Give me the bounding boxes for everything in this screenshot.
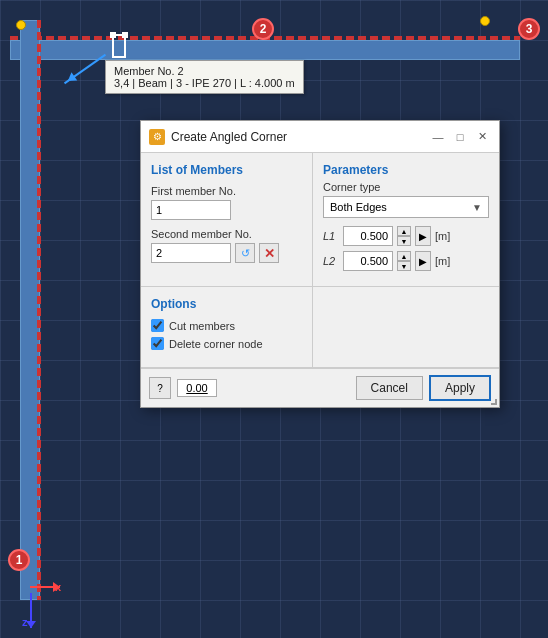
corner-type-dropdown[interactable]: Both Edges ▼ (323, 196, 489, 218)
parameters-title: Parameters (323, 163, 489, 177)
node-label-1: 1 (8, 549, 30, 571)
close-button[interactable]: ✕ (473, 129, 491, 145)
member-tooltip: Member No. 2 3,4 | Beam | 3 - IPE 270 | … (105, 60, 304, 94)
help-button[interactable]: ? (149, 377, 171, 399)
l2-up-button[interactable]: ▲ (397, 251, 411, 261)
second-member-label: Second member No. (151, 228, 302, 240)
minimize-button[interactable]: — (429, 129, 447, 145)
create-angled-corner-dialog: ⚙ Create Angled Corner — □ ✕ List of Mem… (140, 120, 500, 408)
selection-marker (112, 34, 126, 58)
delete-corner-node-label: Delete corner node (169, 338, 263, 350)
dialog-footer: ? 0.00 Cancel Apply (141, 368, 499, 407)
dialog-icon: ⚙ (149, 129, 165, 145)
l1-down-button[interactable]: ▼ (397, 236, 411, 246)
dialog-body: List of Members First member No. Second … (141, 153, 499, 407)
second-member-row: ↺ ✕ (151, 243, 302, 263)
cut-members-checkbox[interactable] (151, 319, 164, 332)
l1-label: L1 (323, 230, 339, 242)
refresh-button[interactable]: ↺ (235, 243, 255, 263)
first-member-label: First member No. (151, 185, 302, 197)
delete-corner-node-row: Delete corner node (151, 337, 302, 350)
list-of-members-panel: List of Members First member No. Second … (141, 153, 313, 286)
l1-input[interactable] (343, 226, 393, 246)
l2-unit: [m] (435, 255, 450, 267)
first-member-input[interactable] (151, 200, 231, 220)
node-2 (480, 16, 490, 26)
z-axis-label: z (22, 616, 28, 628)
first-member-row (151, 200, 302, 220)
x-axis-label: x (55, 581, 61, 593)
x-icon: ✕ (264, 246, 275, 261)
second-member-input[interactable] (151, 243, 231, 263)
clear-button[interactable]: ✕ (259, 243, 279, 263)
delete-corner-node-checkbox[interactable] (151, 337, 164, 350)
vertical-beam-edge (37, 20, 41, 600)
maximize-button[interactable]: □ (451, 129, 469, 145)
tooltip-line1: Member No. 2 (114, 65, 295, 77)
options-area: Options Cut members Delete corner node (141, 287, 499, 368)
dialog-titlebar: ⚙ Create Angled Corner — □ ✕ (141, 121, 499, 153)
l2-arrow-button[interactable]: ▶ (415, 251, 431, 271)
options-right-panel (313, 287, 499, 367)
l2-label: L2 (323, 255, 339, 267)
right-arrow-icon: ▶ (419, 231, 427, 242)
apply-button[interactable]: Apply (429, 375, 491, 401)
dialog-main-content: List of Members First member No. Second … (141, 153, 499, 287)
right-arrow-icon-2: ▶ (419, 256, 427, 267)
dialog-title: Create Angled Corner (171, 130, 423, 144)
parameters-panel: Parameters Corner type Both Edges ▼ L1 ▲… (313, 153, 499, 286)
cancel-button[interactable]: Cancel (356, 376, 423, 400)
l1-up-button[interactable]: ▲ (397, 226, 411, 236)
help-icon: ? (157, 383, 163, 394)
node-label-3: 3 (518, 18, 540, 40)
cut-members-label: Cut members (169, 320, 235, 332)
node-label-2: 2 (252, 18, 274, 40)
options-title: Options (151, 297, 302, 311)
l1-row: L1 ▲ ▼ ▶ [m] (323, 226, 489, 246)
l2-input[interactable] (343, 251, 393, 271)
chevron-down-icon: ▼ (472, 202, 482, 213)
footer-value-display: 0.00 (177, 379, 217, 397)
options-panel: Options Cut members Delete corner node (141, 287, 313, 367)
horizontal-beam (10, 40, 520, 60)
list-of-members-title: List of Members (151, 163, 302, 177)
l1-unit: [m] (435, 230, 450, 242)
z-axis-arrow (30, 593, 32, 628)
dialog-window-controls: — □ ✕ (429, 129, 491, 145)
l1-spinner: ▲ ▼ (397, 226, 411, 246)
tooltip-line2: 3,4 | Beam | 3 - IPE 270 | L : 4.000 m (114, 77, 295, 89)
corner-type-label: Corner type (323, 181, 489, 193)
refresh-icon: ↺ (241, 247, 250, 260)
l2-spinner: ▲ ▼ (397, 251, 411, 271)
resize-handle[interactable] (491, 399, 497, 405)
corner-type-value: Both Edges (330, 201, 387, 213)
l2-down-button[interactable]: ▼ (397, 261, 411, 271)
l2-row: L2 ▲ ▼ ▶ [m] (323, 251, 489, 271)
node-3 (16, 20, 26, 30)
cut-members-row: Cut members (151, 319, 302, 332)
l1-arrow-button[interactable]: ▶ (415, 226, 431, 246)
